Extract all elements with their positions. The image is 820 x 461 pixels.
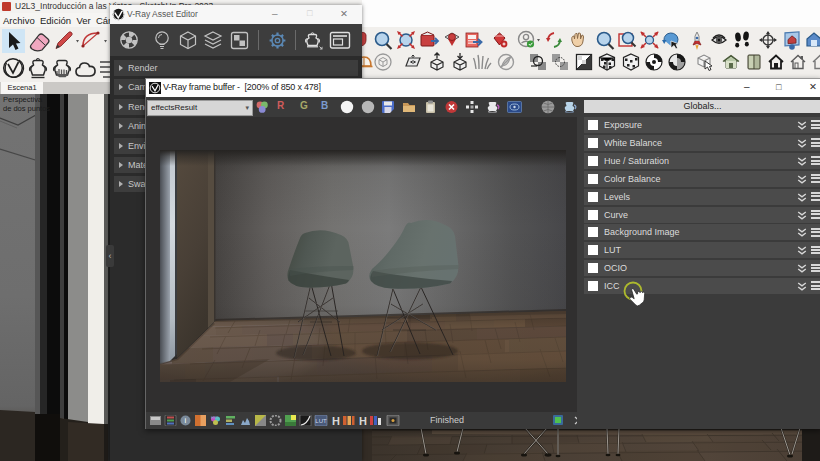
svg-text:i: i [185,416,187,425]
svg-text:LUT: LUT [315,418,327,424]
svg-text:H: H [332,415,340,426]
svg-text:HSL: HSL [211,415,220,420]
svg-text:H: H [359,415,367,426]
